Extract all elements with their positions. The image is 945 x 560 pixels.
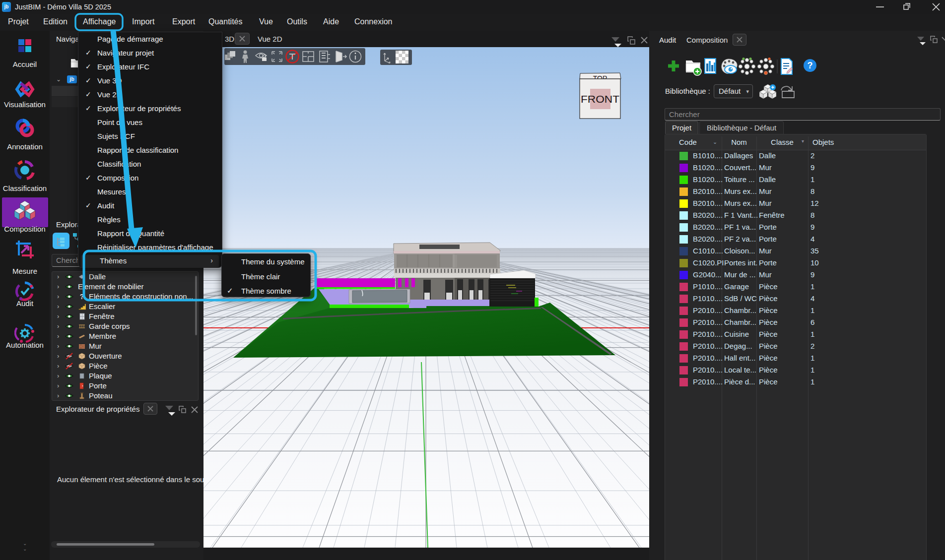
svg-text:FRONT: FRONT (581, 94, 619, 105)
svg-text:?: ? (808, 61, 813, 70)
